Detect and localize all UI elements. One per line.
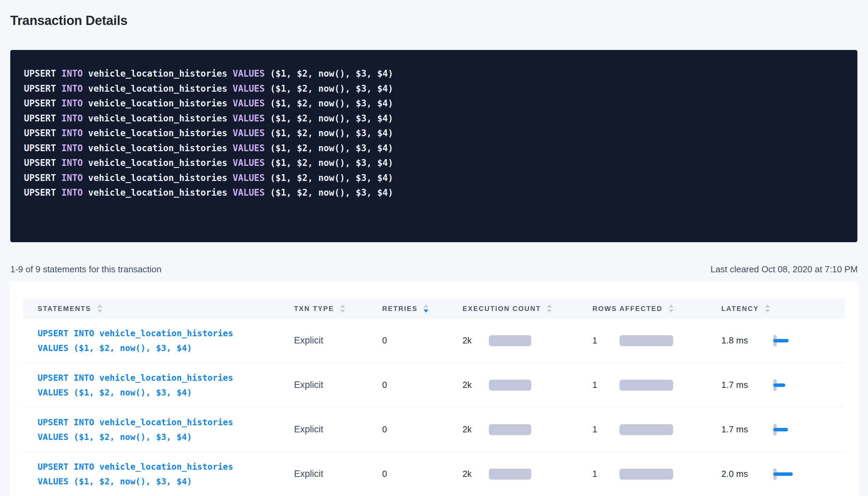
- txn-type-cell: Explicit: [294, 380, 382, 390]
- retries-cell: 0: [382, 469, 463, 479]
- statement-link-line: VALUES ($1, $2, now(), $3, $4): [38, 341, 294, 355]
- txn-type-cell: Explicit: [294, 424, 382, 435]
- latency-cell: 1.7 ms: [721, 379, 845, 391]
- rows-affected-cell: 1: [592, 424, 721, 435]
- sort-desc-icon: [424, 310, 428, 313]
- column-header-retries[interactable]: RETRIES: [382, 304, 463, 313]
- sort-desc-icon: [669, 310, 673, 313]
- execution-count-bar: [489, 469, 531, 480]
- rows-affected-value: 1: [592, 469, 619, 479]
- execution-count-cell: 2k: [463, 380, 592, 391]
- sql-keyword: VALUES: [233, 143, 265, 153]
- sql-statement-line: UPSERT INTO vehicle_location_histories V…: [24, 96, 847, 111]
- sort-icon[interactable]: [424, 304, 428, 313]
- column-label-txn-type: TXN TYPE: [294, 305, 334, 313]
- column-header-rows-affected[interactable]: ROWS AFFECTED: [592, 304, 721, 313]
- statement-link-line: UPSERT INTO vehicle_location_histories: [38, 326, 294, 341]
- execution-count-value: 2k: [463, 336, 489, 345]
- execution-count-bar: [489, 380, 531, 391]
- column-header-txn-type[interactable]: TXN TYPE: [294, 304, 382, 313]
- sql-statement-line: UPSERT INTO vehicle_location_histories V…: [24, 156, 847, 171]
- table-meta-row: 1-9 of 9 statements for this transaction…: [10, 264, 858, 275]
- statement-link-line: UPSERT INTO vehicle_location_histories: [38, 415, 294, 430]
- column-label-rows-affected: ROWS AFFECTED: [592, 305, 663, 313]
- sort-asc-icon: [424, 304, 428, 308]
- latency-cell: 1.8 ms: [721, 335, 845, 347]
- sort-icon[interactable]: [340, 304, 345, 313]
- column-header-latency[interactable]: LATENCY: [721, 304, 845, 313]
- table-row: UPSERT INTO vehicle_location_historiesVA…: [23, 363, 845, 407]
- sql-keyword: INTO: [62, 113, 83, 123]
- sql-keyword: INTO: [62, 158, 83, 168]
- latency-bar-chart: [773, 468, 793, 480]
- latency-value: 1.8 ms: [721, 335, 773, 346]
- sql-keyword: INTO: [62, 68, 83, 79]
- table-row: UPSERT INTO vehicle_location_historiesVA…: [23, 452, 845, 496]
- last-cleared-text: Last cleared Oct 08, 2020 at 7:10 PM: [710, 264, 858, 275]
- latency-cell: 1.7 ms: [721, 424, 845, 435]
- rows-affected-value: 1: [592, 425, 619, 434]
- sort-icon[interactable]: [547, 304, 552, 313]
- sql-keyword: VALUES: [233, 128, 265, 138]
- statement-link[interactable]: UPSERT INTO vehicle_location_historiesVA…: [38, 459, 294, 489]
- sql-keyword: INTO: [62, 83, 83, 94]
- latency-bar-chart: [773, 335, 789, 347]
- sort-icon[interactable]: [669, 304, 673, 313]
- sort-desc-icon: [765, 310, 770, 313]
- execution-count-bar: [489, 335, 531, 346]
- statement-link[interactable]: UPSERT INTO vehicle_location_historiesVA…: [38, 326, 294, 355]
- txn-type-cell: Explicit: [294, 335, 382, 346]
- txn-type-cell: Explicit: [294, 469, 382, 479]
- sort-asc-icon: [669, 304, 673, 308]
- sql-statement-line: UPSERT INTO vehicle_location_histories V…: [24, 141, 847, 156]
- table-row: UPSERT INTO vehicle_location_historiesVA…: [23, 407, 845, 452]
- column-header-execution-count[interactable]: EXECUTION COUNT: [463, 304, 592, 313]
- sql-statement-line: UPSERT INTO vehicle_location_histories V…: [24, 111, 847, 126]
- latency-value: 1.7 ms: [721, 424, 773, 435]
- sql-code-block: UPSERT INTO vehicle_location_histories V…: [10, 50, 857, 242]
- sql-keyword: VALUES: [233, 113, 265, 123]
- sql-keyword: VALUES: [233, 83, 265, 94]
- latency-bar: [773, 383, 785, 387]
- execution-count-bar: [489, 424, 531, 435]
- sql-keyword: INTO: [62, 173, 83, 183]
- execution-count-cell: 2k: [463, 424, 592, 435]
- latency-bar-chart: [773, 379, 785, 391]
- latency-value: 1.7 ms: [721, 380, 773, 390]
- rows-affected-cell: 1: [592, 335, 721, 346]
- rows-affected-value: 1: [592, 380, 619, 390]
- sql-keyword: VALUES: [233, 173, 265, 183]
- sort-icon[interactable]: [765, 304, 770, 313]
- sql-keyword: INTO: [62, 98, 83, 108]
- sql-keyword: INTO: [62, 187, 83, 198]
- page-title: Transaction Details: [10, 13, 128, 28]
- rows-affected-bar: [619, 380, 673, 391]
- statement-link[interactable]: UPSERT INTO vehicle_location_historiesVA…: [38, 370, 294, 400]
- sort-asc-icon: [340, 304, 345, 308]
- transaction-details-page: Transaction Details UPSERT INTO vehicle_…: [0, 0, 868, 496]
- rows-affected-bar: [619, 424, 673, 435]
- table-header-row: STATEMENTSTXN TYPERETRIESEXECUTION COUNT…: [23, 299, 845, 318]
- statement-link-line: VALUES ($1, $2, now(), $3, $4): [38, 474, 294, 489]
- latency-value: 2.0 ms: [721, 469, 773, 479]
- retries-cell: 0: [382, 380, 463, 390]
- sort-icon[interactable]: [97, 304, 102, 313]
- latency-bar: [773, 339, 789, 342]
- retries-cell: 0: [382, 336, 463, 345]
- sql-statement-line: UPSERT INTO vehicle_location_histories V…: [24, 126, 847, 141]
- sort-asc-icon: [765, 304, 770, 308]
- execution-count-value: 2k: [463, 425, 489, 434]
- sql-keyword: INTO: [62, 128, 83, 138]
- latency-cell: 2.0 ms: [721, 468, 845, 480]
- statement-link[interactable]: UPSERT INTO vehicle_location_historiesVA…: [38, 415, 294, 444]
- sort-asc-icon: [547, 304, 552, 308]
- sql-keyword: VALUES: [233, 187, 265, 198]
- statement-link-line: UPSERT INTO vehicle_location_histories: [38, 370, 294, 385]
- execution-count-cell: 2k: [463, 335, 592, 346]
- statements-table-card: STATEMENTSTXN TYPERETRIESEXECUTION COUNT…: [10, 282, 858, 496]
- statements-count-text: 1-9 of 9 statements for this transaction: [10, 264, 161, 275]
- column-header-statements[interactable]: STATEMENTS: [38, 304, 294, 313]
- sort-desc-icon: [340, 310, 345, 313]
- rows-affected-bar: [619, 469, 673, 480]
- execution-count-value: 2k: [463, 380, 489, 390]
